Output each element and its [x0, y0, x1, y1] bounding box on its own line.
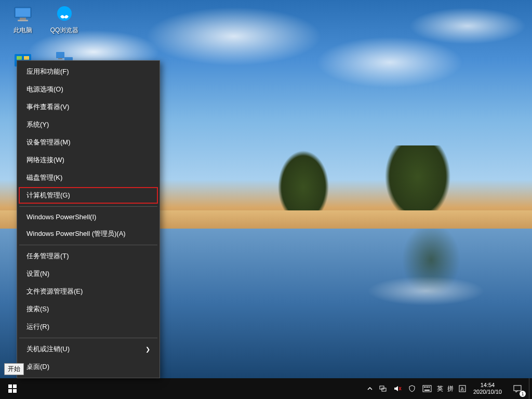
desktop-icon-this-pc[interactable]: 此电脑: [4, 4, 42, 42]
windows-logo-icon: [8, 384, 17, 393]
menu-separator: [19, 338, 157, 338]
chevron-right-icon: ❯: [145, 346, 150, 353]
svg-rect-15: [8, 384, 12, 388]
menu-item-file-explorer[interactable]: 文件资源管理器(E): [18, 283, 158, 300]
qq-browser-icon: [54, 4, 75, 25]
menu-item-run[interactable]: 运行(R): [18, 318, 158, 336]
tray-ime-lang[interactable]: 英: [435, 378, 445, 399]
svg-rect-22: [424, 387, 425, 388]
tray-overflow-button[interactable]: [364, 378, 376, 399]
desktop[interactable]: 此电脑 QQ浏览器: [0, 0, 532, 399]
action-center-button[interactable]: 1: [506, 378, 529, 399]
svg-rect-25: [429, 387, 430, 388]
menu-item-apps-features[interactable]: 应用和功能(F): [18, 63, 158, 81]
ime-settings-icon: あ: [459, 385, 466, 392]
notification-badge: 1: [520, 391, 526, 397]
svg-rect-18: [13, 389, 17, 393]
chevron-up-icon: [367, 386, 373, 391]
network-icon: [379, 384, 387, 393]
desktop-icon-label: 此电脑: [14, 26, 32, 35]
tray-time: 14:54: [473, 382, 502, 389]
monitor-icon: [12, 4, 33, 25]
tray-ime-settings-icon[interactable]: あ: [456, 378, 469, 399]
menu-item-system[interactable]: 系统(Y): [18, 116, 158, 134]
desktop-icons: 此电脑 QQ浏览器: [4, 4, 83, 42]
menu-item-desktop[interactable]: 桌面(D): [18, 358, 158, 376]
winx-context-menu: 应用和功能(F) 电源选项(O) 事件查看器(V) 系统(Y) 设备管理器(M)…: [17, 60, 160, 378]
menu-item-network-connections[interactable]: 网络连接(W): [18, 151, 158, 169]
menu-item-powershell[interactable]: Windows PowerShell(I): [18, 209, 158, 225]
tray-security-icon[interactable]: [405, 378, 419, 399]
tray-date: 2020/10/10: [473, 389, 502, 395]
tray-ime-keyboard-icon[interactable]: [419, 378, 435, 399]
svg-rect-24: [427, 387, 428, 388]
shield-icon: [408, 384, 416, 393]
desktop-icon-qq-browser[interactable]: QQ浏览器: [46, 4, 83, 42]
menu-separator: [19, 245, 157, 245]
taskbar-left: [0, 378, 25, 399]
svg-point-4: [57, 6, 72, 21]
menu-item-shutdown-signout[interactable]: 关机或注销(U) ❯: [18, 340, 158, 358]
svg-rect-26: [424, 390, 430, 391]
desktop-icon-label: QQ浏览器: [50, 26, 79, 35]
tray-network-icon[interactable]: [376, 378, 390, 399]
svg-rect-6: [17, 56, 22, 60]
tray-volume-icon[interactable]: [390, 378, 405, 399]
svg-rect-10: [56, 52, 64, 58]
system-tray: 英 拼 あ 14:54 2020/10/10 1: [364, 378, 532, 399]
start-button[interactable]: [0, 378, 25, 399]
menu-item-powershell-admin[interactable]: Windows PowerShell (管理员)(A): [18, 225, 158, 243]
keyboard-icon: [422, 385, 432, 392]
menu-item-computer-management[interactable]: 计算机管理(G): [18, 187, 158, 204]
svg-rect-16: [13, 384, 17, 388]
start-tooltip: 开始: [4, 363, 24, 375]
menu-item-settings[interactable]: 设置(N): [18, 265, 158, 283]
svg-rect-7: [24, 56, 29, 60]
volume-muted-icon: [393, 384, 402, 393]
menu-item-device-manager[interactable]: 设备管理器(M): [18, 134, 158, 151]
svg-rect-1: [16, 8, 30, 17]
menu-separator: [19, 206, 157, 207]
svg-rect-29: [514, 385, 521, 391]
menu-item-disk-management[interactable]: 磁盘管理(K): [18, 169, 158, 187]
menu-item-search[interactable]: 搜索(S): [18, 300, 158, 318]
tray-ime-mode[interactable]: 拼: [445, 378, 456, 399]
svg-text:あ: あ: [460, 387, 464, 391]
menu-item-task-manager[interactable]: 任务管理器(T): [18, 247, 158, 265]
svg-rect-2: [20, 18, 26, 20]
taskbar: 英 拼 あ 14:54 2020/10/10 1: [0, 378, 532, 399]
svg-rect-3: [18, 20, 28, 21]
svg-rect-21: [423, 385, 431, 392]
svg-rect-12: [58, 58, 62, 59]
menu-item-power-options[interactable]: 电源选项(O): [18, 81, 158, 98]
menu-item-event-viewer[interactable]: 事件查看器(V): [18, 98, 158, 116]
svg-rect-17: [8, 389, 12, 393]
tray-clock[interactable]: 14:54 2020/10/10: [469, 382, 506, 395]
show-desktop-button[interactable]: [529, 378, 532, 399]
svg-rect-23: [425, 387, 427, 388]
